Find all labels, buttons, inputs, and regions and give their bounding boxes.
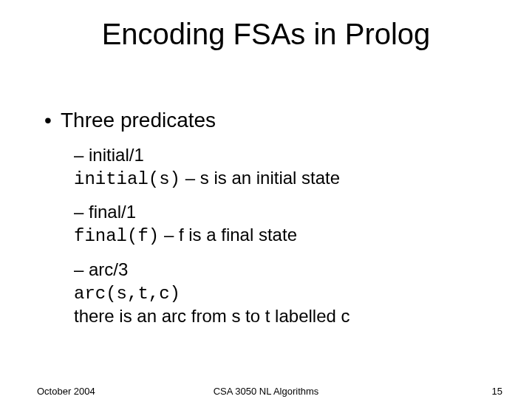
sub-bullet-final: – final/1 final(f) – f is a final state — [74, 201, 495, 248]
bullet-1-text: Three predicates — [61, 109, 216, 132]
sub-head: initial/1 — [89, 145, 144, 165]
dash-icon: – — [74, 145, 89, 165]
sub-desc: – s is an initial state — [180, 168, 340, 188]
code-text: arc(s,t,c) — [74, 284, 180, 304]
code-text: final(f) — [74, 226, 159, 246]
sub-desc-line2: there is an arc from s to t labelled c — [74, 306, 350, 326]
slide: Encoding FSAs in Prolog •Three predicate… — [0, 0, 532, 399]
sub-desc: – f is a final state — [159, 225, 297, 245]
bullet-level-1: •Three predicates — [44, 109, 495, 132]
dash-icon: – — [74, 259, 89, 279]
footer-page-number: 15 — [492, 386, 502, 397]
sub-head: final/1 — [89, 202, 136, 222]
slide-title: Encoding FSAs in Prolog — [37, 18, 495, 51]
slide-content: •Three predicates – initial/1 initial(s)… — [37, 109, 495, 328]
code-text: initial(s) — [74, 169, 180, 189]
bullet-dot-icon: • — [44, 109, 61, 132]
dash-icon: – — [74, 202, 89, 222]
sub-head: arc/3 — [89, 259, 128, 279]
footer-course: CSA 3050 NL Algorithms — [0, 386, 532, 397]
sub-bullet-arc: – arc/3 arc(s,t,c) there is an arc from … — [74, 259, 495, 328]
sub-bullets: – initial/1 initial(s) – s is an initial… — [44, 144, 495, 328]
sub-bullet-initial: – initial/1 initial(s) – s is an initial… — [74, 144, 495, 191]
